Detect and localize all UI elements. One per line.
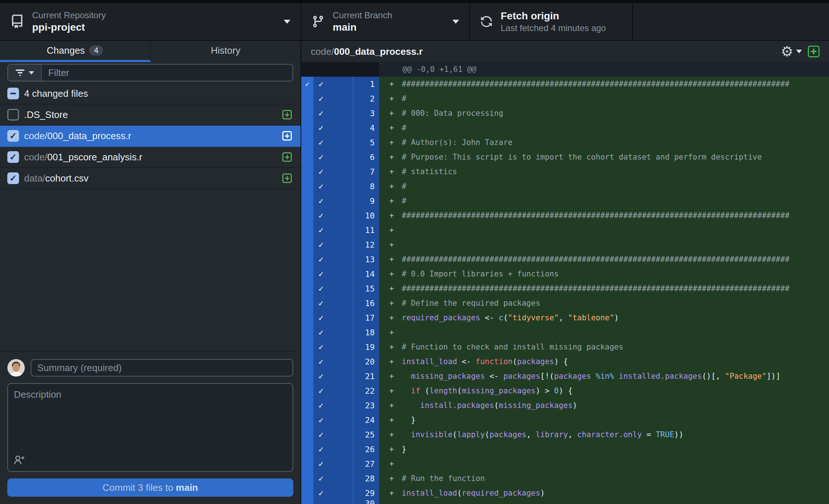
hunk-select-strip[interactable]	[301, 194, 313, 208]
line-include-checkbox[interactable]: ✓	[313, 164, 353, 179]
current-branch-selector[interactable]: Current Branch main	[301, 3, 470, 40]
current-repository-selector[interactable]: Current Repository ppi-project	[0, 3, 301, 40]
hunk-select-strip[interactable]	[301, 267, 313, 281]
added-code-line: +# 0.0 Import libraries + functions	[379, 267, 829, 281]
diff-line: ✓5+# Author(s): John Tazare	[301, 135, 829, 150]
line-include-checkbox[interactable]: ✓	[313, 383, 353, 398]
file-row[interactable]: .DS_Store	[0, 104, 301, 126]
hunk-select-strip[interactable]	[301, 252, 313, 267]
hunk-select-strip[interactable]	[301, 296, 313, 310]
expand-file-icon[interactable]	[282, 110, 292, 119]
expand-file-icon[interactable]	[282, 173, 292, 183]
hunk-select-strip[interactable]	[301, 369, 313, 383]
hunk-select-strip[interactable]	[301, 237, 313, 252]
commit-summary-input[interactable]	[31, 359, 293, 377]
line-include-checkbox[interactable]: ✓	[313, 296, 353, 310]
line-include-checkbox[interactable]: ✓	[313, 471, 353, 486]
expand-file-icon[interactable]	[282, 152, 292, 162]
added-code-line: +install_load <- function(packages) {	[379, 354, 829, 369]
line-include-checkbox[interactable]: ✓	[313, 77, 353, 91]
fetch-origin-button[interactable]: Fetch origin Last fetched 4 minutes ago	[470, 3, 633, 40]
hunk-select-strip[interactable]	[301, 457, 313, 471]
line-include-checkbox[interactable]: ✓	[313, 179, 353, 194]
add-coauthor-icon[interactable]	[14, 455, 25, 466]
line-include-checkbox[interactable]: ✓	[313, 150, 353, 164]
code-token: ########################################…	[402, 211, 790, 220]
changed-files-header[interactable]: 4 changed files	[0, 83, 301, 104]
expand-diff-icon[interactable]	[808, 46, 820, 57]
line-include-checkbox[interactable]: ✓	[313, 252, 353, 267]
hunk-select-strip[interactable]	[301, 91, 313, 106]
hunk-select-strip[interactable]	[301, 208, 313, 223]
file-row[interactable]: ✓data/cohort.csv	[0, 168, 301, 189]
hunk-select-strip[interactable]	[301, 427, 313, 442]
line-include-checkbox[interactable]: ✓	[313, 135, 353, 150]
diff-plus-marker: +	[379, 401, 402, 410]
line-include-checkbox[interactable]	[313, 500, 353, 504]
tab-changes[interactable]: Changes 4	[0, 41, 151, 62]
hunk-select-strip[interactable]	[301, 325, 313, 340]
code-token: ])]	[767, 372, 780, 381]
diff-plus-marker: +	[379, 123, 402, 132]
code-token: missing_packages	[411, 372, 485, 381]
line-include-checkbox[interactable]: ✓	[313, 354, 353, 369]
hunk-select-strip[interactable]	[301, 471, 313, 486]
diff-options-button[interactable]: ⚙	[781, 45, 802, 58]
line-include-checkbox[interactable]: ✓	[313, 106, 353, 121]
hunk-select-strip[interactable]	[301, 340, 313, 354]
hunk-select-strip[interactable]	[301, 486, 313, 500]
hunk-select-strip[interactable]	[301, 354, 313, 369]
line-include-checkbox[interactable]: ✓	[313, 486, 353, 500]
file-row[interactable]: ✓code/001_pscore_analysis.r	[0, 147, 301, 168]
file-checkbox[interactable]	[7, 109, 19, 121]
filter-input[interactable]	[42, 65, 293, 81]
hunk-select-strip[interactable]	[301, 442, 313, 457]
select-all-checkbox[interactable]	[7, 88, 19, 99]
line-include-checkbox[interactable]: ✓	[313, 121, 353, 135]
commit-description-input[interactable]	[7, 383, 293, 472]
line-include-checkbox[interactable]: ✓	[313, 457, 353, 471]
diff-line: ✓29+install_load(required_packages)	[301, 486, 829, 500]
hunk-select-strip[interactable]	[301, 164, 313, 179]
code-token: install_load	[402, 489, 457, 497]
hunk-select-strip[interactable]	[301, 179, 313, 194]
line-include-checkbox[interactable]: ✓	[313, 208, 353, 223]
line-number: 1	[353, 77, 379, 91]
line-include-checkbox[interactable]: ✓	[313, 413, 353, 427]
line-include-checkbox[interactable]: ✓	[313, 91, 353, 106]
file-row[interactable]: ✓code/000_data_process.r	[0, 126, 301, 147]
commit-button[interactable]: Commit 3 files to main	[7, 478, 293, 497]
hunk-select-strip[interactable]: ✓	[301, 77, 313, 91]
hunk-select-strip[interactable]	[301, 310, 313, 325]
hunk-select-strip[interactable]	[301, 281, 313, 296]
hunk-select-strip[interactable]	[301, 135, 313, 150]
hunk-select-strip[interactable]	[301, 150, 313, 164]
filter-options-button[interactable]	[8, 65, 42, 81]
file-checkbox[interactable]: ✓	[7, 130, 19, 142]
line-include-checkbox[interactable]: ✓	[313, 194, 353, 208]
line-include-checkbox[interactable]: ✓	[313, 325, 353, 340]
line-include-checkbox[interactable]: ✓	[313, 369, 353, 383]
diff-line: ✓10+####################################…	[301, 208, 829, 223]
line-include-checkbox[interactable]: ✓	[313, 442, 353, 457]
hunk-select-strip[interactable]	[301, 106, 313, 121]
line-include-checkbox[interactable]: ✓	[313, 398, 353, 413]
line-include-checkbox[interactable]: ✓	[313, 310, 353, 325]
file-checkbox[interactable]: ✓	[7, 172, 19, 184]
hunk-select-strip[interactable]	[301, 383, 313, 398]
diff-plus-marker: +	[379, 153, 402, 161]
line-include-checkbox[interactable]: ✓	[313, 223, 353, 237]
hunk-select-strip[interactable]	[301, 413, 313, 427]
hunk-select-strip[interactable]	[301, 223, 313, 237]
hunk-select-strip[interactable]	[301, 121, 313, 135]
hunk-select-strip[interactable]	[301, 398, 313, 413]
expand-file-icon[interactable]	[282, 131, 292, 141]
file-checkbox[interactable]: ✓	[7, 151, 19, 163]
line-include-checkbox[interactable]: ✓	[313, 340, 353, 354]
tab-history[interactable]: History	[151, 41, 301, 62]
line-include-checkbox[interactable]: ✓	[313, 237, 353, 252]
line-include-checkbox[interactable]: ✓	[313, 427, 353, 442]
line-include-checkbox[interactable]: ✓	[313, 267, 353, 281]
hunk-select-strip[interactable]	[301, 500, 313, 504]
line-include-checkbox[interactable]: ✓	[313, 281, 353, 296]
